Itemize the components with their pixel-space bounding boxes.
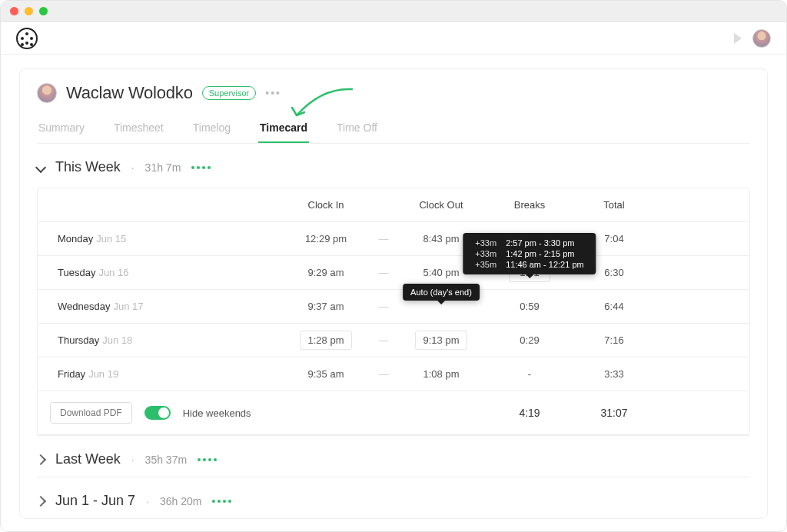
cell-breaks[interactable]: 0:29 <box>483 334 576 346</box>
section-this-week-header[interactable]: This Week · 31h 7m <box>37 144 750 185</box>
cell-clock-in[interactable]: 12:29 pm <box>284 233 368 244</box>
current-user-avatar[interactable] <box>752 29 771 48</box>
live-indicator-icon <box>198 458 217 461</box>
section-title: This Week <box>55 159 121 175</box>
cell-clock-out[interactable]: 9:13 pm <box>399 331 483 350</box>
table-row[interactable]: ThursdayJun 18 1:28 pm — 9:13 pm 0:29 7:… <box>38 324 749 357</box>
profile-card: Waclaw Wolodko Supervisor ••• Summary Ti… <box>19 68 768 519</box>
cell-total: 6:44 <box>576 301 653 312</box>
section-range-header[interactable]: Jun 1 - Jun 7 · 36h 20m <box>37 477 750 518</box>
live-indicator-icon <box>191 166 211 169</box>
tab-timesheet[interactable]: Timesheet <box>112 114 165 143</box>
grand-total: 31:07 <box>576 407 653 419</box>
app-nav-bar <box>1 22 786 55</box>
cell-clock-in[interactable]: 9:37 am <box>284 301 368 312</box>
section-title: Last Week <box>55 451 121 467</box>
table-row[interactable]: TuesdayJun 16 9:29 am — 5:40 pm 1:41 6:3… <box>38 256 749 290</box>
download-pdf-button[interactable]: Download PDF <box>50 402 132 424</box>
cell-total: 7:16 <box>576 334 653 346</box>
section-title: Jun 1 - Jun 7 <box>55 493 135 509</box>
profile-tabs: Summary Timesheet Timelog Timecard Time … <box>37 114 750 144</box>
hide-weekends-label: Hide weekends <box>183 407 251 419</box>
arrow-annotation-icon <box>275 85 360 125</box>
hide-weekends-toggle[interactable] <box>144 406 171 420</box>
app-window: Waclaw Wolodko Supervisor ••• Summary Ti… <box>0 0 787 532</box>
tab-timelog[interactable]: Timelog <box>191 114 232 143</box>
window-minimize-icon[interactable] <box>25 7 33 15</box>
window-close-icon[interactable] <box>10 7 18 15</box>
col-clock-out: Clock Out <box>399 199 483 211</box>
section-duration: 35h 37m <box>145 454 187 466</box>
live-indicator-icon <box>212 500 231 503</box>
breaks-total: 4:19 <box>483 407 576 419</box>
section-last-week-header[interactable]: Last Week · 35h 37m <box>37 435 750 477</box>
timecard-table: Clock In Clock Out Breaks Total MondayJu… <box>37 188 750 435</box>
chevron-right-icon <box>35 454 46 464</box>
col-clock-in: Clock In <box>284 199 368 211</box>
section-duration: 36h 20m <box>160 495 201 507</box>
window-titlebar <box>1 1 786 22</box>
section-duration: 31h 7m <box>145 161 181 174</box>
chevron-right-icon <box>35 495 46 506</box>
cell-breaks[interactable]: 0:59 <box>483 301 576 312</box>
cell-clock-in[interactable]: 1:28 pm <box>284 331 368 350</box>
table-row[interactable]: MondayJun 15 12:29 pm — 8:43 pm +33m2:57… <box>38 222 749 256</box>
col-total: Total <box>576 199 653 211</box>
cell-total: 3:33 <box>576 368 653 380</box>
auto-tooltip: Auto (day's end) <box>403 284 480 301</box>
breaks-tooltip: +33m2:57 pm - 3:30 pm +33m1:42 pm - 2:15… <box>463 233 596 274</box>
table-footer: Download PDF Hide weekends 4:19 31:07 <box>38 391 749 434</box>
table-header: Clock In Clock Out Breaks Total <box>38 188 749 222</box>
page-content: Waclaw Wolodko Supervisor ••• Summary Ti… <box>1 55 786 531</box>
profile-header: Waclaw Wolodko Supervisor ••• <box>37 83 750 103</box>
col-breaks: Breaks <box>483 199 576 211</box>
tab-summary[interactable]: Summary <box>37 114 86 143</box>
role-badge: Supervisor <box>202 86 257 100</box>
chevron-down-icon <box>35 161 46 172</box>
cell-clock-in[interactable]: 9:35 am <box>284 368 368 380</box>
window-zoom-icon[interactable] <box>39 7 48 15</box>
cell-clock-in[interactable]: 9:29 am <box>284 267 368 278</box>
profile-avatar[interactable] <box>37 83 57 103</box>
table-row[interactable]: WednesdayJun 17 9:37 am — Auto (day's en… <box>38 290 749 324</box>
cell-clock-out[interactable]: 1:08 pm <box>399 368 483 380</box>
cell-breaks[interactable]: - <box>483 368 576 380</box>
play-timer-icon[interactable] <box>734 33 742 44</box>
app-logo-icon[interactable] <box>16 28 38 49</box>
table-row[interactable]: FridayJun 19 9:35 am — 1:08 pm - 3:33 <box>38 357 749 391</box>
profile-name: Waclaw Wolodko <box>66 83 193 103</box>
